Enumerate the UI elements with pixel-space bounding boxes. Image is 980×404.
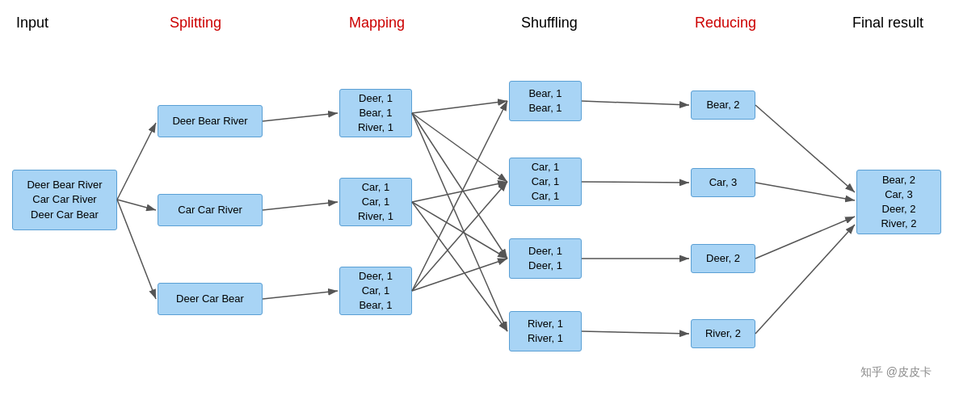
svg-line-4	[263, 113, 338, 121]
svg-line-2	[117, 200, 156, 210]
watermark: 知乎 @皮皮卡	[860, 365, 932, 380]
svg-line-21	[755, 105, 855, 192]
svg-line-23	[755, 217, 855, 259]
node-red4: River, 2	[691, 319, 755, 348]
node-final: Bear, 2Car, 3Deer, 2River, 2	[856, 170, 941, 234]
node-split2: Car Car River	[158, 194, 263, 226]
node-split3: Deer Car Bear	[158, 283, 263, 315]
label-reducing: Reducing	[695, 15, 756, 32]
svg-line-6	[263, 291, 338, 299]
svg-line-14	[412, 259, 507, 291]
node-red1: Bear, 2	[691, 90, 755, 120]
node-shuf4: River, 1River, 1	[509, 311, 582, 351]
svg-line-18	[582, 182, 689, 183]
node-map1: Deer, 1Bear, 1River, 1	[339, 89, 412, 137]
svg-line-22	[755, 183, 855, 200]
node-map2: Car, 1Car, 1River, 1	[339, 178, 412, 226]
label-shuffling: Shuffling	[521, 15, 578, 32]
svg-line-3	[117, 200, 156, 299]
label-splitting: Splitting	[170, 15, 221, 32]
svg-line-1	[117, 123, 156, 200]
svg-line-20	[582, 331, 689, 334]
svg-line-7	[412, 101, 507, 113]
node-shuf2: Car, 1Car, 1Car, 1	[509, 158, 582, 206]
node-split1: Deer Bear River	[158, 105, 263, 137]
node-red2: Car, 3	[691, 168, 755, 197]
node-shuf1: Bear, 1Bear, 1	[509, 81, 582, 121]
svg-line-15	[412, 202, 507, 259]
label-mapping: Mapping	[349, 15, 405, 32]
svg-line-13	[412, 182, 507, 291]
svg-line-24	[755, 225, 855, 334]
label-final: Final result	[852, 15, 923, 32]
svg-line-11	[412, 202, 507, 331]
diagram: Input Splitting Mapping Shuffling Reduci…	[0, 0, 980, 404]
svg-line-8	[412, 113, 507, 182]
svg-line-16	[412, 113, 507, 259]
node-map3: Deer, 1Car, 1Bear, 1	[339, 267, 412, 315]
node-red3: Deer, 2	[691, 244, 755, 273]
svg-line-10	[412, 182, 507, 202]
arrows-svg	[0, 0, 980, 404]
svg-line-5	[263, 202, 338, 210]
svg-line-9	[412, 113, 507, 331]
label-input: Input	[16, 15, 48, 32]
node-shuf3: Deer, 1Deer, 1	[509, 238, 582, 279]
svg-line-17	[582, 101, 689, 105]
svg-line-12	[412, 101, 507, 291]
node-input: Deer Bear RiverCar Car RiverDeer Car Bea…	[12, 170, 117, 230]
